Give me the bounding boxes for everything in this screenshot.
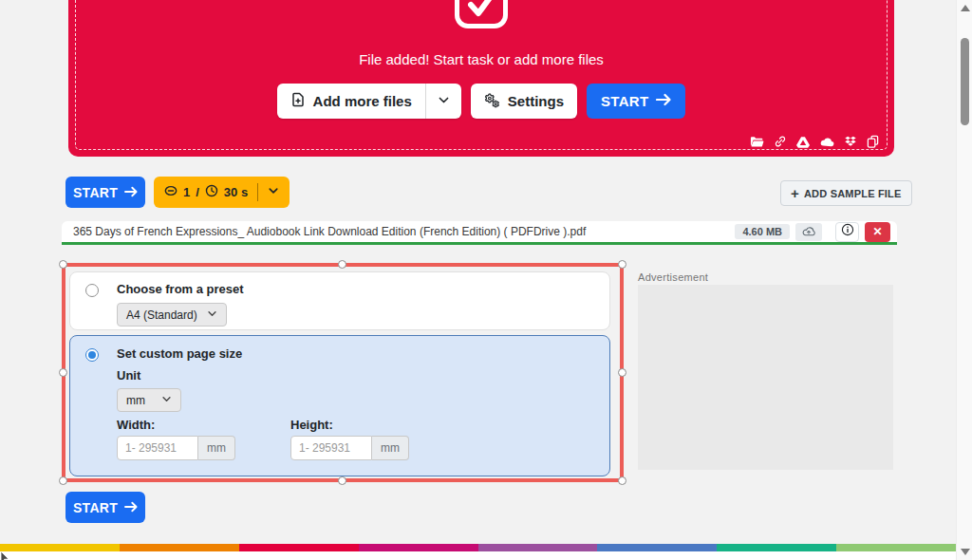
stripe-segment bbox=[478, 544, 598, 551]
credits-time: 30 s bbox=[224, 185, 248, 199]
scrollbar-down-arrow[interactable] bbox=[961, 549, 970, 555]
stripe-segment bbox=[597, 544, 717, 551]
chevron-down-icon bbox=[438, 93, 450, 109]
mouse-cursor bbox=[0, 550, 10, 560]
selection-handle-top-middle[interactable] bbox=[338, 260, 346, 269]
start-task-label: START bbox=[73, 185, 118, 200]
onedrive-icon[interactable] bbox=[819, 136, 834, 147]
clock-icon bbox=[205, 184, 218, 200]
info-icon bbox=[841, 223, 854, 240]
footer-whitespace bbox=[0, 551, 956, 560]
selection-overlay[interactable] bbox=[62, 263, 624, 482]
scrollbar-up-arrow[interactable] bbox=[961, 5, 970, 11]
selection-handle-bottom-right[interactable] bbox=[618, 476, 626, 485]
paste-copy-icon[interactable] bbox=[867, 135, 879, 148]
settings-label: Settings bbox=[508, 93, 564, 109]
selection-handle-top-left[interactable] bbox=[59, 260, 67, 269]
credits-timer-dropdown[interactable]: 1 / 30 s bbox=[154, 177, 290, 208]
arrow-right-icon bbox=[124, 185, 138, 200]
add-more-files-button[interactable]: Add more files bbox=[277, 92, 425, 110]
local-folder-icon[interactable] bbox=[750, 136, 764, 148]
scrollbar bbox=[956, 0, 972, 560]
start-task-button[interactable]: START bbox=[65, 177, 145, 208]
dropzone-banner[interactable]: File added! Start task or add more files… bbox=[68, 0, 894, 157]
selection-handle-bottom-middle[interactable] bbox=[338, 476, 346, 485]
file-info-button[interactable] bbox=[835, 222, 859, 242]
banner-message: File added! Start task or add more files bbox=[68, 51, 894, 67]
credits-separator: / bbox=[196, 185, 199, 199]
dropbox-icon[interactable] bbox=[844, 136, 857, 148]
stripe-segment bbox=[120, 544, 239, 551]
selection-handle-middle-left[interactable] bbox=[59, 368, 67, 377]
file-name: 365 Days of French Expressions_ Audioboo… bbox=[73, 225, 725, 238]
stripe-segment bbox=[0, 544, 120, 551]
page: File added! Start task or add more files… bbox=[0, 0, 972, 560]
footer-stripe bbox=[0, 544, 956, 551]
chevron-down-icon bbox=[268, 185, 279, 199]
start-task-bottom-label: START bbox=[73, 500, 118, 515]
scrollbar-thumb[interactable] bbox=[961, 38, 969, 125]
credits-count: 1 bbox=[183, 185, 190, 199]
divider bbox=[257, 183, 258, 201]
selection-handle-bottom-left[interactable] bbox=[59, 476, 67, 485]
stripe-segment bbox=[359, 544, 478, 551]
google-drive-icon[interactable] bbox=[796, 136, 810, 148]
gears-icon bbox=[484, 92, 500, 111]
banner-start-label: START bbox=[601, 93, 648, 109]
cloud-save-button[interactable] bbox=[795, 223, 822, 241]
arrow-right-icon bbox=[124, 500, 138, 515]
link-url-icon[interactable] bbox=[774, 135, 787, 148]
coin-icon bbox=[164, 185, 178, 199]
file-added-check-icon bbox=[455, 0, 508, 28]
stripe-segment bbox=[239, 544, 359, 551]
advertisement-label: Advertisement bbox=[638, 271, 708, 283]
x-icon: ✕ bbox=[872, 225, 882, 238]
start-task-button-bottom[interactable]: START bbox=[65, 492, 145, 523]
stripe-segment bbox=[836, 544, 956, 551]
settings-button[interactable]: Settings bbox=[471, 84, 577, 119]
file-row: 365 Days of French Expressions_ Audioboo… bbox=[62, 221, 897, 245]
file-size-badge: 4.60 MB bbox=[735, 224, 790, 239]
plus-icon: + bbox=[791, 185, 799, 201]
file-plus-icon bbox=[290, 92, 306, 110]
banner-start-button[interactable]: START bbox=[587, 84, 685, 119]
selection-handle-top-right[interactable] bbox=[618, 260, 626, 269]
add-more-files-split-button: Add more files bbox=[277, 84, 461, 119]
add-sample-file-button[interactable]: + ADD SAMPLE FILE bbox=[780, 180, 912, 206]
advertisement-box bbox=[638, 285, 893, 470]
arrow-right-icon bbox=[656, 93, 671, 109]
selection-handle-middle-right[interactable] bbox=[618, 368, 626, 377]
add-more-files-dropdown-toggle[interactable] bbox=[425, 84, 461, 119]
stripe-segment bbox=[717, 544, 836, 551]
add-sample-file-label: ADD SAMPLE FILE bbox=[804, 188, 902, 199]
file-remove-button[interactable]: ✕ bbox=[865, 222, 890, 242]
add-more-files-label: Add more files bbox=[313, 93, 412, 109]
cloud-upload-icon bbox=[802, 226, 815, 238]
